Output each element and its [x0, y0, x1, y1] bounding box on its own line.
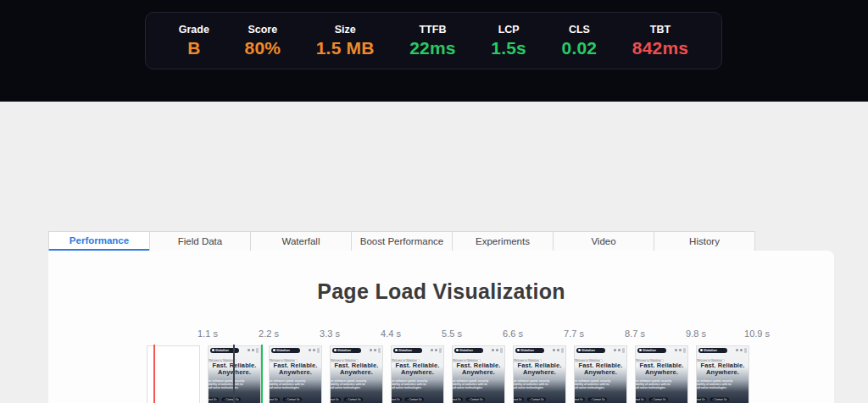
site-logo-icon — [639, 349, 642, 351]
site-name: Globalixer — [704, 349, 717, 351]
tab-field-data[interactable]: Field Data — [149, 231, 251, 251]
thumb-headline: Fast. Reliable.Anywhere. — [457, 362, 501, 376]
metric-label: CLS — [569, 24, 590, 36]
search-icon — [309, 349, 311, 351]
report-tabs: Performance Field Data Waterfall Boost P… — [48, 231, 755, 251]
time-label: 7.7 s — [557, 328, 591, 339]
site-logo-icon — [212, 349, 214, 351]
metrics-summary-card: Grade B Score 80% Size 1.5 MB TTFB 22ms … — [145, 12, 722, 69]
thumb-paragraph: Globalixer enhance speed, security and r… — [635, 379, 673, 389]
tab-experiments[interactable]: Experiments — [452, 231, 554, 251]
time-label: 10.9 s — [740, 328, 774, 339]
thumb-headline: Fast. Reliable.Anywhere. — [579, 362, 623, 376]
thumb-site-header: Globalixer — [392, 346, 443, 354]
thumb-paragraph: Globalixer enhance speed, security and r… — [452, 379, 490, 389]
hamburger-menu-icon — [500, 348, 503, 353]
metric-label: Score — [248, 24, 277, 36]
thumb-headline: Fast. Reliable.Anywhere. — [274, 362, 318, 376]
welcome-pill: Welcome to Globalixer — [391, 359, 420, 362]
thumb-paragraph: Globalixer enhance speed, security and r… — [208, 379, 246, 389]
tab-performance[interactable]: Performance — [48, 231, 150, 251]
about-us-button: ▽ About Us — [208, 397, 220, 402]
filmstrip-frame: Globalixer Welcome to Globalixer Fast. R… — [513, 345, 566, 403]
search-icon — [492, 349, 494, 351]
metric-grade: Grade B — [179, 24, 209, 58]
filmstrip-frame: Globalixer Welcome to Globalixer Fast. R… — [574, 345, 627, 403]
time-label: 6.6 s — [496, 328, 530, 339]
hamburger-menu-icon — [378, 348, 381, 353]
copy-icon — [740, 349, 743, 351]
hamburger-menu-icon — [683, 348, 686, 353]
welcome-pill: Welcome to Globalixer — [330, 359, 359, 362]
copy-icon — [496, 349, 498, 351]
site-name: Globalixer — [643, 349, 656, 351]
thumb-headline: Fast. Reliable.Anywhere. — [701, 362, 745, 376]
filmstrip-frame: Globalixer Welcome to Globalixer Fast. R… — [391, 345, 444, 403]
about-us-button: ▽ About Us — [513, 397, 525, 402]
contact-us-button: ○ Contact Us — [282, 397, 302, 402]
tab-waterfall[interactable]: Waterfall — [250, 231, 352, 251]
page-title: Page Load Visualization — [48, 279, 834, 304]
fcp-marker-line — [233, 345, 235, 403]
search-icon — [431, 349, 433, 351]
metric-label: TTFB — [419, 24, 446, 36]
thumb-paragraph: Globalixer enhance speed, security and r… — [330, 379, 368, 389]
thumb-site-header: Globalixer — [697, 346, 748, 354]
time-label: 2.2 s — [252, 328, 286, 339]
report-page: Performance Field Data Waterfall Boost P… — [0, 102, 868, 403]
time-label: 8.7 s — [618, 328, 652, 339]
contact-us-button: ○ Contact Us — [648, 397, 668, 402]
ttfb-marker-line — [153, 345, 155, 403]
metric-size: Size 1.5 MB — [316, 24, 375, 58]
filmstrip-frame: Globalixer Welcome to Globalixer Fast. R… — [269, 345, 322, 403]
about-us-button: ▽ About Us — [696, 397, 708, 402]
metric-value: 842ms — [632, 38, 688, 58]
metric-value: 1.5 MB — [316, 38, 375, 58]
hamburger-menu-icon — [622, 348, 625, 353]
contact-us-button: ○ Contact Us — [526, 397, 546, 402]
time-label: 3.3 s — [313, 328, 347, 339]
metric-label: Size — [335, 24, 356, 36]
welcome-pill: Welcome to Globalixer — [452, 359, 481, 362]
about-us-button: ▽ About Us — [391, 397, 403, 402]
thumb-headline: Fast. Reliable.Anywhere. — [396, 362, 440, 376]
welcome-pill: Welcome to Globalixer — [574, 359, 603, 362]
search-icon — [614, 349, 616, 351]
copy-icon — [679, 349, 682, 351]
copy-icon — [252, 349, 254, 351]
copy-icon — [313, 349, 315, 351]
metric-tbt: TBT 842ms — [632, 24, 688, 58]
contact-us-button: ○ Contact Us — [465, 397, 485, 402]
filmstrip-frame: Globalixer Welcome to Globalixer Fast. R… — [452, 345, 505, 403]
thumb-paragraph: Globalixer enhance speed, security and r… — [513, 379, 551, 389]
thumb-headline: Fast. Reliable.Anywhere. — [518, 362, 562, 376]
site-logo-icon — [395, 349, 398, 351]
filmstrip-frame: Globalixer Welcome to Globalixer Fast. R… — [696, 345, 749, 403]
thumb-site-header: Globalixer — [514, 346, 565, 354]
thumb-paragraph: Globalixer enhance speed, security and r… — [269, 379, 307, 389]
thumb-paragraph: Globalixer enhance speed, security and r… — [391, 379, 429, 389]
welcome-pill: Welcome to Globalixer — [696, 359, 725, 362]
copy-icon — [435, 349, 437, 351]
metric-lcp: LCP 1.5s — [491, 24, 526, 58]
copy-icon — [618, 349, 620, 351]
tab-boost-performance[interactable]: Boost Performance — [351, 231, 453, 251]
site-name: Globalixer — [459, 349, 473, 351]
site-logo-icon — [334, 349, 337, 351]
thumb-site-header: Globalixer — [453, 346, 504, 354]
metrics-header-band: Grade B Score 80% Size 1.5 MB TTFB 22ms … — [0, 0, 868, 102]
hamburger-menu-icon — [744, 348, 747, 353]
welcome-pill: Welcome to Globalixer — [635, 359, 664, 362]
hamburger-menu-icon — [317, 348, 320, 353]
contact-us-button: ○ Contact Us — [587, 397, 607, 402]
site-name: Globalixer — [276, 349, 290, 351]
metric-score: Score 80% — [245, 24, 281, 58]
site-logo-icon — [273, 349, 275, 351]
tab-history[interactable]: History — [654, 231, 755, 251]
search-icon — [248, 349, 250, 351]
tab-video[interactable]: Video — [553, 231, 654, 251]
filmstrip-frame: Globalixer Welcome to Globalixer Fast. R… — [635, 345, 688, 403]
time-label: 9.8 s — [679, 328, 713, 339]
site-name: Globalixer — [215, 349, 229, 351]
site-logo-icon — [700, 349, 703, 351]
